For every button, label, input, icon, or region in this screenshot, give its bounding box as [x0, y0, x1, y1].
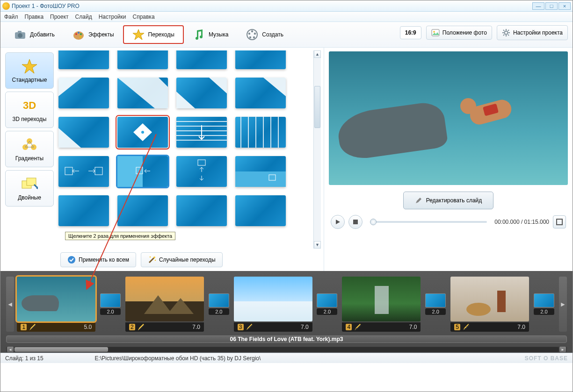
svg-point-17: [504, 31, 508, 35]
slide-duration: 5.0: [84, 324, 92, 330]
edit-slide-button[interactable]: Редактировать слайд: [403, 192, 494, 209]
tab-add[interactable]: Добавить: [5, 25, 64, 44]
slide-card-1[interactable]: 15.0: [17, 277, 95, 332]
tab-create[interactable]: Создать: [237, 25, 292, 44]
transition-thumb[interactable]: [235, 156, 286, 187]
preview-content: [460, 84, 540, 140]
transition-thumb-selected[interactable]: [117, 117, 168, 148]
category-standard[interactable]: Стандартные: [5, 52, 54, 89]
menu-edit[interactable]: Правка: [25, 14, 44, 20]
minimize-button[interactable]: —: [532, 2, 544, 10]
transition-thumb[interactable]: [176, 156, 227, 187]
scroll-down-button[interactable]: ▼: [314, 241, 321, 249]
slide-card-4[interactable]: 47.0: [342, 277, 421, 332]
svg-marker-38: [176, 92, 195, 108]
slide-card-3[interactable]: 37.0: [234, 277, 312, 332]
transition-thumb[interactable]: [235, 117, 286, 148]
svg-rect-70: [557, 219, 562, 225]
transition-duration: 2.0: [534, 308, 554, 315]
hscroll-left[interactable]: ◄: [7, 347, 14, 352]
tab-music[interactable]: Музыка: [184, 25, 237, 44]
slide-duration: 7.0: [409, 324, 417, 330]
svg-point-7: [80, 36, 81, 38]
transition-thumb[interactable]: [117, 78, 168, 108]
svg-rect-69: [353, 220, 358, 224]
slide-number: 1: [21, 324, 27, 330]
transition-thumb[interactable]: [58, 156, 109, 187]
transition-thumb[interactable]: [176, 195, 227, 226]
transition-thumb-hover[interactable]: [117, 156, 168, 187]
slide-number: 5: [454, 324, 460, 330]
double-icon: [21, 176, 38, 192]
menu-file[interactable]: Файл: [4, 14, 18, 20]
aspect-label: 16:9: [405, 29, 416, 36]
tab-effects[interactable]: Эффекты: [64, 25, 123, 44]
svg-rect-2: [18, 31, 22, 33]
menu-help[interactable]: Справка: [132, 14, 154, 20]
svg-marker-72: [167, 298, 194, 314]
scroll-track[interactable]: [314, 58, 321, 241]
fullscreen-button[interactable]: [553, 215, 566, 228]
transition-thumb[interactable]: [235, 78, 286, 108]
transition-chip[interactable]: 2.0: [532, 293, 556, 315]
slide-card-5[interactable]: 57.0: [450, 277, 529, 332]
transition-thumb[interactable]: [58, 195, 109, 226]
apply-all-button[interactable]: Применить ко всем: [60, 252, 136, 267]
audio-track[interactable]: 06 The Fields of Love (ATB feat. York).m…: [6, 335, 567, 343]
scrubber-knob[interactable]: [370, 219, 377, 225]
menu-project[interactable]: Проект: [50, 14, 69, 20]
svg-rect-55: [65, 167, 73, 175]
svg-rect-60: [235, 171, 286, 187]
pencil-icon: [355, 324, 361, 330]
hscroll-right[interactable]: ►: [559, 347, 566, 352]
hscroll-track[interactable]: [15, 347, 558, 352]
tab-transitions[interactable]: Переходы: [123, 25, 184, 44]
transition-thumb[interactable]: [117, 195, 168, 226]
close-button[interactable]: ×: [558, 2, 571, 10]
slide-card-2[interactable]: 27.0: [125, 277, 204, 332]
aspect-ratio-button[interactable]: 16:9: [400, 26, 421, 39]
transitions-scrollbar[interactable]: ▲ ▼: [313, 50, 321, 249]
reel-icon: [246, 29, 258, 41]
random-transitions-button[interactable]: Случайные переходы: [141, 252, 223, 267]
audio-track-label: 06 The Fields of Love (ATB feat. York).m…: [230, 336, 343, 342]
category-standard-label: Стандартные: [12, 77, 47, 83]
svg-point-11: [254, 33, 256, 35]
tab-music-label: Музыка: [209, 31, 228, 38]
maximize-button[interactable]: □: [545, 2, 558, 10]
status-path: E:\Pictures\Широкоформатные обои HD (час…: [95, 355, 261, 362]
play-button[interactable]: [331, 215, 345, 229]
scroll-thumb[interactable]: [314, 86, 320, 128]
category-double[interactable]: Двойные: [5, 170, 54, 207]
pencil-icon: [138, 324, 145, 330]
transition-chip[interactable]: 2.0: [98, 293, 123, 315]
timeline-scrubber[interactable]: [370, 221, 487, 223]
strip-next-button[interactable]: ►: [559, 277, 567, 332]
transition-thumb[interactable]: [58, 117, 109, 148]
transition-thumb[interactable]: [176, 78, 227, 108]
stop-button[interactable]: [348, 215, 363, 229]
transition-thumb[interactable]: [58, 50, 109, 69]
category-gradients[interactable]: Градиенты: [5, 131, 54, 167]
hscroll-thumb[interactable]: [15, 347, 108, 352]
menu-settings[interactable]: Настройки: [99, 14, 126, 20]
transition-thumb[interactable]: [176, 117, 227, 148]
transition-chip[interactable]: 2.0: [207, 293, 231, 315]
transition-chip[interactable]: 2.0: [423, 293, 448, 315]
transition-chip[interactable]: 2.0: [315, 293, 340, 315]
svg-point-10: [251, 30, 253, 32]
scroll-up-button[interactable]: ▲: [314, 50, 321, 58]
strip-prev-button[interactable]: ◄: [6, 277, 14, 332]
svg-point-74: [466, 303, 491, 316]
project-settings-button[interactable]: Настройки проекта: [497, 25, 568, 40]
transition-thumb[interactable]: [58, 78, 109, 108]
category-3d[interactable]: 3D 3D переходы: [5, 92, 54, 128]
transition-thumb[interactable]: [117, 50, 168, 69]
transition-thumb[interactable]: [235, 50, 286, 69]
transition-thumb[interactable]: [235, 195, 286, 226]
svg-line-25: [503, 35, 504, 36]
timeline-hscroll[interactable]: ◄ ►: [6, 347, 567, 352]
photo-position-button[interactable]: Положение фото: [426, 26, 492, 40]
menu-slide[interactable]: Слайд: [75, 14, 92, 20]
transition-thumb[interactable]: [176, 50, 227, 69]
